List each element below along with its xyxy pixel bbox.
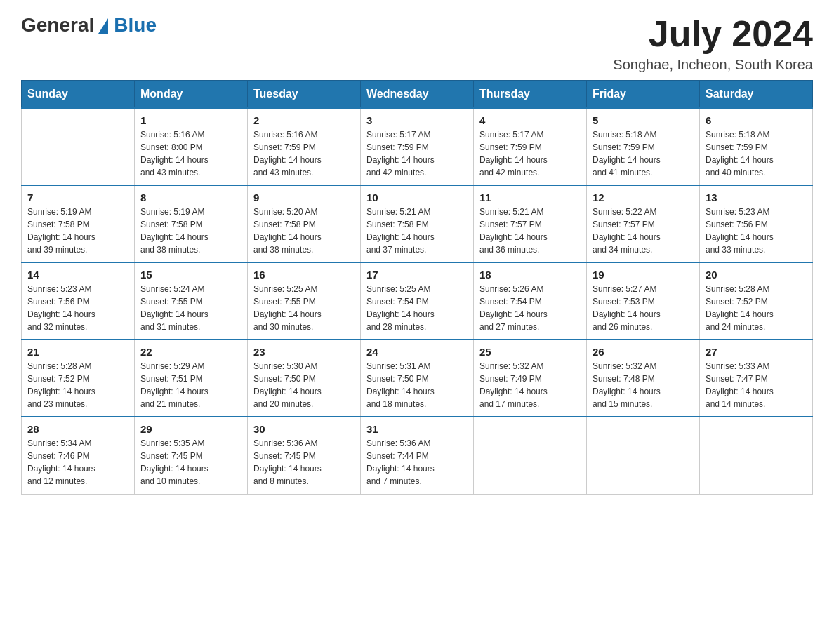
day-info: Sunrise: 5:21 AM Sunset: 7:58 PM Dayligh… [366, 206, 468, 256]
day-number: 21 [27, 346, 128, 358]
day-number: 24 [366, 346, 468, 358]
calendar-day-cell: 12Sunrise: 5:22 AM Sunset: 7:57 PM Dayli… [587, 185, 700, 262]
logo-general-text: General [21, 14, 94, 36]
calendar-week-row: 28Sunrise: 5:34 AM Sunset: 7:46 PM Dayli… [22, 417, 813, 494]
day-number: 9 [253, 192, 355, 203]
day-info: Sunrise: 5:26 AM Sunset: 7:54 PM Dayligh… [479, 283, 581, 333]
day-number: 17 [366, 269, 468, 281]
calendar-day-header: Sunday [22, 81, 135, 109]
calendar-header: SundayMondayTuesdayWednesdayThursdayFrid… [22, 81, 813, 109]
calendar-day-cell [474, 417, 587, 494]
calendar-day-header: Friday [587, 81, 700, 109]
calendar-day-cell: 31Sunrise: 5:36 AM Sunset: 7:44 PM Dayli… [361, 417, 474, 494]
day-info: Sunrise: 5:28 AM Sunset: 7:52 PM Dayligh… [706, 283, 807, 333]
calendar-day-cell: 15Sunrise: 5:24 AM Sunset: 7:55 PM Dayli… [135, 262, 248, 340]
page-header: General Blue July 2024 Songhae, Incheon,… [21, 14, 813, 73]
day-number: 19 [593, 269, 694, 281]
day-number: 18 [479, 269, 581, 281]
calendar-day-cell: 7Sunrise: 5:19 AM Sunset: 7:58 PM Daylig… [22, 185, 135, 262]
calendar-day-cell: 28Sunrise: 5:34 AM Sunset: 7:46 PM Dayli… [22, 417, 135, 494]
calendar-week-row: 7Sunrise: 5:19 AM Sunset: 7:58 PM Daylig… [22, 185, 813, 262]
day-info: Sunrise: 5:35 AM Sunset: 7:45 PM Dayligh… [140, 437, 241, 488]
calendar-day-cell: 4Sunrise: 5:17 AM Sunset: 7:59 PM Daylig… [474, 108, 587, 185]
calendar-day-cell: 2Sunrise: 5:16 AM Sunset: 7:59 PM Daylig… [248, 108, 361, 185]
day-number: 31 [366, 423, 468, 435]
day-info: Sunrise: 5:25 AM Sunset: 7:55 PM Dayligh… [253, 283, 355, 333]
calendar-day-cell: 20Sunrise: 5:28 AM Sunset: 7:52 PM Dayli… [700, 262, 813, 340]
calendar-day-cell: 14Sunrise: 5:23 AM Sunset: 7:56 PM Dayli… [22, 262, 135, 340]
day-info: Sunrise: 5:34 AM Sunset: 7:46 PM Dayligh… [27, 437, 128, 488]
day-number: 25 [479, 346, 581, 358]
day-info: Sunrise: 5:21 AM Sunset: 7:57 PM Dayligh… [479, 206, 581, 256]
day-number: 6 [706, 114, 807, 126]
day-info: Sunrise: 5:18 AM Sunset: 7:59 PM Dayligh… [593, 128, 694, 179]
day-number: 14 [27, 269, 128, 281]
calendar-day-cell [587, 417, 700, 494]
day-number: 27 [706, 346, 807, 358]
day-number: 13 [706, 192, 807, 203]
day-info: Sunrise: 5:32 AM Sunset: 7:48 PM Dayligh… [593, 360, 694, 410]
day-number: 22 [140, 346, 241, 358]
calendar-day-cell: 25Sunrise: 5:32 AM Sunset: 7:49 PM Dayli… [474, 340, 587, 417]
calendar-day-cell: 10Sunrise: 5:21 AM Sunset: 7:58 PM Dayli… [361, 185, 474, 262]
calendar-table: SundayMondayTuesdayWednesdayThursdayFrid… [21, 80, 813, 495]
day-number: 11 [479, 192, 581, 203]
calendar-day-cell: 23Sunrise: 5:30 AM Sunset: 7:50 PM Dayli… [248, 340, 361, 417]
day-info: Sunrise: 5:16 AM Sunset: 7:59 PM Dayligh… [253, 128, 355, 179]
calendar-day-cell: 16Sunrise: 5:25 AM Sunset: 7:55 PM Dayli… [248, 262, 361, 340]
calendar-day-cell: 9Sunrise: 5:20 AM Sunset: 7:58 PM Daylig… [248, 185, 361, 262]
day-info: Sunrise: 5:17 AM Sunset: 7:59 PM Dayligh… [479, 128, 581, 179]
day-info: Sunrise: 5:24 AM Sunset: 7:55 PM Dayligh… [140, 283, 241, 333]
calendar-day-cell: 13Sunrise: 5:23 AM Sunset: 7:56 PM Dayli… [700, 185, 813, 262]
day-number: 28 [27, 423, 128, 435]
calendar-day-cell: 27Sunrise: 5:33 AM Sunset: 7:47 PM Dayli… [700, 340, 813, 417]
calendar-day-cell: 17Sunrise: 5:25 AM Sunset: 7:54 PM Dayli… [361, 262, 474, 340]
calendar-day-cell: 19Sunrise: 5:27 AM Sunset: 7:53 PM Dayli… [587, 262, 700, 340]
day-info: Sunrise: 5:32 AM Sunset: 7:49 PM Dayligh… [479, 360, 581, 410]
day-number: 1 [140, 114, 241, 126]
logo-blue-text: Blue [114, 14, 157, 36]
calendar-day-cell: 29Sunrise: 5:35 AM Sunset: 7:45 PM Dayli… [135, 417, 248, 494]
calendar-week-row: 14Sunrise: 5:23 AM Sunset: 7:56 PM Dayli… [22, 262, 813, 340]
calendar-day-cell: 18Sunrise: 5:26 AM Sunset: 7:54 PM Dayli… [474, 262, 587, 340]
day-number: 26 [593, 346, 694, 358]
calendar-day-cell [700, 417, 813, 494]
calendar-week-row: 21Sunrise: 5:28 AM Sunset: 7:52 PM Dayli… [22, 340, 813, 417]
day-info: Sunrise: 5:17 AM Sunset: 7:59 PM Dayligh… [366, 128, 468, 179]
calendar-day-cell: 22Sunrise: 5:29 AM Sunset: 7:51 PM Dayli… [135, 340, 248, 417]
calendar-header-row: SundayMondayTuesdayWednesdayThursdayFrid… [22, 81, 813, 109]
day-info: Sunrise: 5:23 AM Sunset: 7:56 PM Dayligh… [27, 283, 128, 333]
calendar-day-cell [22, 108, 135, 185]
calendar-day-cell: 26Sunrise: 5:32 AM Sunset: 7:48 PM Dayli… [587, 340, 700, 417]
day-info: Sunrise: 5:18 AM Sunset: 7:59 PM Dayligh… [706, 128, 807, 179]
calendar-day-header: Tuesday [248, 81, 361, 109]
calendar-day-cell: 5Sunrise: 5:18 AM Sunset: 7:59 PM Daylig… [587, 108, 700, 185]
calendar-day-cell: 6Sunrise: 5:18 AM Sunset: 7:59 PM Daylig… [700, 108, 813, 185]
day-info: Sunrise: 5:22 AM Sunset: 7:57 PM Dayligh… [593, 206, 694, 256]
month-year-title: July 2024 [613, 14, 813, 54]
calendar-day-header: Saturday [700, 81, 813, 109]
day-info: Sunrise: 5:36 AM Sunset: 7:45 PM Dayligh… [253, 437, 355, 488]
day-info: Sunrise: 5:33 AM Sunset: 7:47 PM Dayligh… [706, 360, 807, 410]
day-info: Sunrise: 5:16 AM Sunset: 8:00 PM Dayligh… [140, 128, 241, 179]
calendar-day-header: Monday [135, 81, 248, 109]
calendar-body: 1Sunrise: 5:16 AM Sunset: 8:00 PM Daylig… [22, 108, 813, 494]
day-info: Sunrise: 5:31 AM Sunset: 7:50 PM Dayligh… [366, 360, 468, 410]
day-info: Sunrise: 5:23 AM Sunset: 7:56 PM Dayligh… [706, 206, 807, 256]
day-info: Sunrise: 5:25 AM Sunset: 7:54 PM Dayligh… [366, 283, 468, 333]
calendar-day-cell: 3Sunrise: 5:17 AM Sunset: 7:59 PM Daylig… [361, 108, 474, 185]
calendar-day-cell: 30Sunrise: 5:36 AM Sunset: 7:45 PM Dayli… [248, 417, 361, 494]
day-number: 10 [366, 192, 468, 203]
title-section: July 2024 Songhae, Incheon, South Korea [613, 14, 813, 73]
day-number: 7 [27, 192, 128, 203]
day-number: 12 [593, 192, 694, 203]
logo-triangle-icon [98, 18, 108, 34]
day-info: Sunrise: 5:30 AM Sunset: 7:50 PM Dayligh… [253, 360, 355, 410]
location-subtitle: Songhae, Incheon, South Korea [613, 57, 813, 73]
calendar-day-cell: 11Sunrise: 5:21 AM Sunset: 7:57 PM Dayli… [474, 185, 587, 262]
calendar-day-header: Thursday [474, 81, 587, 109]
day-info: Sunrise: 5:36 AM Sunset: 7:44 PM Dayligh… [366, 437, 468, 488]
calendar-day-cell: 8Sunrise: 5:19 AM Sunset: 7:58 PM Daylig… [135, 185, 248, 262]
day-info: Sunrise: 5:19 AM Sunset: 7:58 PM Dayligh… [140, 206, 241, 256]
calendar-day-cell: 1Sunrise: 5:16 AM Sunset: 8:00 PM Daylig… [135, 108, 248, 185]
